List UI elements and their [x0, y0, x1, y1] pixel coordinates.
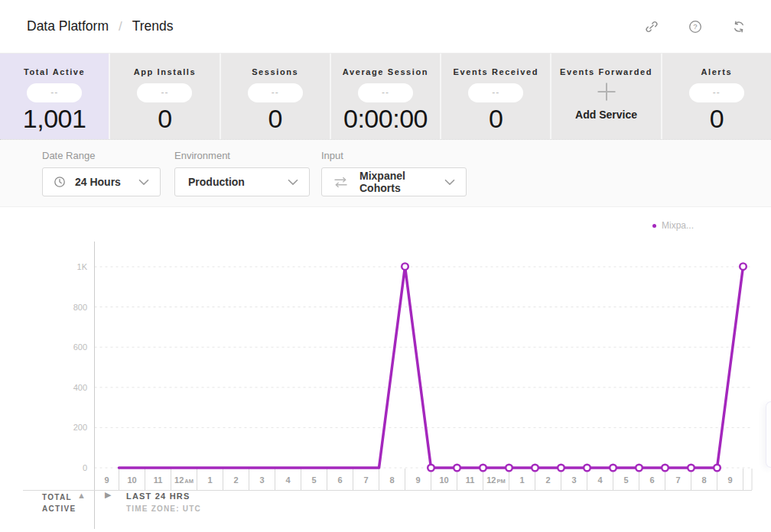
plus-icon [551, 79, 660, 104]
metric-card-sessions[interactable]: Sessions--0 [221, 54, 330, 139]
chevron-down-icon [444, 179, 455, 186]
dropdown-environment[interactable]: Production [174, 167, 310, 196]
svg-text:0: 0 [83, 463, 87, 472]
svg-text:400: 400 [73, 383, 87, 392]
metric-card-label: Alerts [662, 67, 771, 76]
filter-date-range: Date Range24 Hours [42, 150, 161, 206]
sort-column-header[interactable]: TOTAL ACTIVE [42, 491, 76, 514]
metric-card-app-installs[interactable]: App Installs--0 [110, 54, 219, 139]
metric-card-label: App Installs [110, 67, 219, 76]
svg-text:2: 2 [233, 475, 238, 485]
svg-text:2: 2 [545, 475, 550, 485]
svg-text:12AM: 12AM [174, 475, 194, 485]
chevron-down-icon [288, 179, 298, 186]
svg-text:11: 11 [466, 475, 475, 485]
metric-sparkline-pill: -- [468, 83, 523, 102]
svg-text:12PM: 12PM [486, 475, 506, 485]
filter-label: Date Range [42, 150, 161, 161]
header-actions: ? [645, 20, 746, 34]
metric-sparkline-pill: -- [358, 83, 413, 102]
svg-text:1: 1 [519, 475, 524, 485]
metrics-row: Total Active--1,001App Installs--0Sessio… [0, 53, 771, 140]
link-icon[interactable] [645, 20, 659, 34]
svg-text:10: 10 [127, 475, 136, 485]
refresh-icon[interactable] [732, 20, 746, 34]
expand-row-icon[interactable]: ▶ [105, 490, 111, 500]
metric-value: 0 [662, 104, 771, 134]
breadcrumb-parent[interactable]: Data Platform [27, 18, 109, 34]
metric-card-average-session[interactable]: Average Session--0:00:00 [331, 54, 440, 139]
metric-card-alerts[interactable]: Alerts--0 [662, 54, 771, 139]
dropdown-date-range[interactable]: 24 Hours [42, 167, 161, 196]
metric-card-label: Events Forwarded [551, 67, 660, 76]
svg-text:4: 4 [597, 475, 603, 485]
range-info: LAST 24 HRS TIME ZONE: UTC [126, 491, 201, 513]
metric-value: 0 [110, 104, 219, 134]
chevron-down-icon [138, 179, 149, 186]
svg-text:7: 7 [363, 475, 368, 485]
svg-text:1: 1 [207, 475, 212, 485]
svg-text:4: 4 [285, 475, 291, 485]
metric-value: 0 [221, 104, 330, 134]
svg-text:8: 8 [701, 475, 706, 485]
metric-sparkline-pill: -- [689, 83, 744, 102]
dropdown-value: 24 Hours [75, 176, 121, 188]
sort-column-label: TOTAL ACTIVE [42, 491, 76, 514]
filter-label: Input [321, 150, 467, 161]
sort-asc-icon[interactable]: ▲ [77, 491, 86, 500]
dropdown-value: Production [188, 176, 245, 188]
side-panel-edge[interactable] [766, 401, 771, 468]
svg-text:5: 5 [311, 475, 316, 485]
svg-text:600: 600 [73, 342, 87, 352]
dropdown-input[interactable]: Mixpanel Cohorts [321, 167, 467, 196]
svg-text:1K: 1K [77, 262, 88, 271]
filters-bar: Date Range24 HoursEnvironmentProductionI… [0, 140, 771, 207]
svg-text:11: 11 [154, 475, 163, 485]
metric-card-events-forwarded[interactable]: Events ForwardedAdd Service [551, 54, 660, 139]
page-header: Data Platform / Trends ? [0, 0, 771, 53]
filter-environment: EnvironmentProduction [174, 150, 310, 206]
metric-sparkline-pill: -- [137, 83, 192, 102]
metric-sparkline-pill: -- [27, 83, 82, 102]
trend-line-chart[interactable]: 02004006008001K9101112AM123456789101112P… [0, 207, 771, 532]
svg-text:9: 9 [727, 475, 732, 485]
range-label: LAST 24 HRS [126, 491, 201, 501]
breadcrumb-separator: / [119, 19, 122, 34]
metric-card-total-active[interactable]: Total Active--1,001 [0, 54, 109, 139]
filter-label: Environment [174, 150, 310, 161]
svg-text:9: 9 [104, 475, 109, 485]
svg-text:7: 7 [675, 475, 680, 485]
metric-card-label: Sessions [221, 67, 330, 76]
add-service-label: Add Service [551, 109, 660, 121]
help-icon[interactable]: ? [688, 20, 702, 34]
metric-sparkline-pill: -- [248, 83, 303, 102]
svg-text:800: 800 [73, 303, 87, 312]
metric-card-label: Total Active [0, 67, 109, 76]
svg-text:8: 8 [389, 475, 394, 485]
svg-text:200: 200 [73, 423, 87, 432]
metric-value: 1,001 [0, 104, 109, 134]
metric-value: 0:00:00 [331, 104, 440, 134]
breadcrumb: Data Platform / Trends [27, 18, 174, 34]
metric-card-label: Average Session [331, 67, 440, 76]
svg-text:3: 3 [571, 475, 576, 485]
metric-value: 0 [441, 104, 550, 134]
svg-text:9: 9 [415, 475, 420, 485]
svg-text:5: 5 [623, 475, 628, 485]
svg-text:10: 10 [439, 475, 448, 485]
svg-text:6: 6 [649, 475, 654, 485]
dropdown-value: Mixpanel Cohorts [359, 170, 438, 194]
svg-text:3: 3 [259, 475, 264, 485]
breadcrumb-current: Trends [132, 18, 174, 34]
timezone-label: TIME ZONE: UTC [126, 504, 201, 513]
metric-card-events-received[interactable]: Events Received--0 [441, 54, 550, 139]
svg-text:6: 6 [337, 475, 342, 485]
filter-input: InputMixpanel Cohorts [321, 150, 467, 206]
trends-chart-section: Mixpa... 02004006008001K9101112AM1234567… [0, 207, 771, 532]
svg-text:?: ? [693, 22, 697, 31]
clock-icon [54, 176, 66, 188]
swap-arrows-icon [333, 177, 349, 188]
metric-card-label: Events Received [441, 67, 550, 76]
